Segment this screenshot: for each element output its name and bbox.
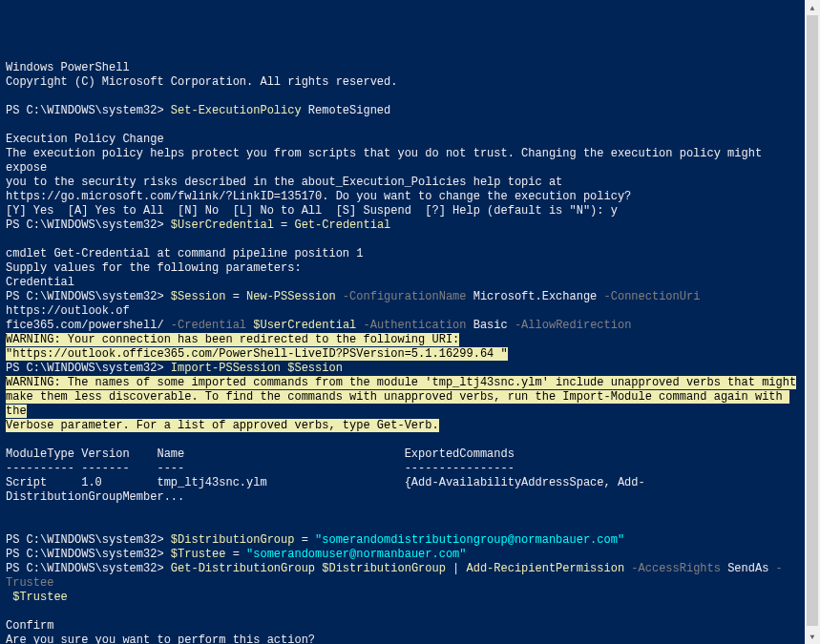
variable: $DistributionGroup xyxy=(171,533,295,547)
prompt: PS C:\WINDOWS\system32> xyxy=(6,104,171,117)
scroll-up-arrow-icon[interactable]: ▲ xyxy=(805,0,820,15)
cmdlet: Get-DistributionGroup xyxy=(171,562,315,575)
param: -Authentication xyxy=(356,319,466,332)
prompt: PS C:\WINDOWS\system32> xyxy=(6,362,171,375)
variable: $Session xyxy=(171,290,226,303)
output-line: cmdlet Get-Credential at command pipelin… xyxy=(6,247,363,260)
cmdlet: Set-ExecutionPolicy xyxy=(171,104,302,117)
variable: $Session xyxy=(281,362,343,375)
table-divider: ---------- ------- ---- ---------------- xyxy=(6,462,515,475)
cmdlet: Get-Credential xyxy=(294,218,390,232)
header-line: Copyright (C) Microsoft Corporation. All… xyxy=(6,75,397,89)
confirm-q: Are you sure you want to perform this ac… xyxy=(6,634,315,644)
warning-line: WARNING: Your connection has been redire… xyxy=(6,333,459,346)
policy-text: The execution policy helps protect you f… xyxy=(6,147,768,175)
variable: $DistributionGroup xyxy=(315,562,446,575)
prompt: PS C:\WINDOWS\system32> xyxy=(6,548,171,561)
prompt: PS C:\WINDOWS\system32> xyxy=(6,218,171,232)
cmdlet: Add-RecipientPermission xyxy=(467,562,625,575)
terminal-output[interactable]: Windows PowerShell Copyright (C) Microso… xyxy=(6,61,805,644)
prompt: PS C:\WINDOWS\system32> xyxy=(6,533,171,547)
param: -AccessRights xyxy=(624,562,721,575)
header-line: Windows PowerShell xyxy=(6,61,130,74)
policy-title: Execution Policy Change xyxy=(6,133,164,146)
warning-line: "https://outlook.office365.com/PowerShel… xyxy=(6,347,508,361)
paramval: fice365.com/powershell/ xyxy=(6,319,164,332)
param: -Credential xyxy=(164,319,246,332)
eq: = xyxy=(274,218,295,232)
warning-line: Verbose parameter. For a list of approve… xyxy=(6,419,439,432)
policy-text: you to the security risks described in t… xyxy=(6,176,562,189)
param: -ConnectionUri xyxy=(597,290,700,303)
scrollbar-thumb[interactable] xyxy=(807,15,818,626)
cmdlet: New-PSSession xyxy=(246,290,336,303)
paramval: Microsoft.Exchange xyxy=(467,290,598,303)
eq: = xyxy=(225,548,246,561)
table-row: Script 1.0 tmp_ltj43snc.ylm {Add-Availab… xyxy=(6,476,645,504)
output-line: Credential xyxy=(6,276,74,289)
arg: RemoteSigned xyxy=(302,104,391,117)
param: -ConfigurationName xyxy=(336,290,467,303)
output-line: Supply values for the following paramete… xyxy=(6,261,302,275)
scrollbar-track[interactable] xyxy=(805,15,820,629)
eq: = xyxy=(294,533,315,547)
confirm-title: Confirm xyxy=(6,619,53,633)
string: "somerandomuser@normanbauer.com" xyxy=(246,548,466,561)
eq: = xyxy=(225,290,246,303)
policy-prompt: [Y] Yes [A] Yes to All [N] No [L] No to … xyxy=(6,204,618,218)
warning-line: WARNING: The names of some imported comm… xyxy=(6,376,796,389)
cmdlet: Import-PSSession xyxy=(171,362,281,375)
string: "somerandomdistributiongroup@normanbauer… xyxy=(315,533,624,547)
scrollbar[interactable]: ▲ ▼ xyxy=(805,0,820,644)
prompt: PS C:\WINDOWS\system32> xyxy=(6,562,171,575)
paramval: SendAs xyxy=(721,562,768,575)
variable: $Trustee xyxy=(171,548,226,561)
policy-text: https://go.microsoft.com/fwlink/?LinkID=… xyxy=(6,190,631,203)
variable: $UserCredential xyxy=(171,218,274,232)
param: -AllowRedirection xyxy=(508,319,632,332)
pipe: | xyxy=(446,562,467,575)
paramval: Basic xyxy=(467,319,508,332)
table-header: ModuleType Version Name ExportedCommands xyxy=(6,447,515,461)
prompt: PS C:\WINDOWS\system32> xyxy=(6,290,171,303)
scroll-down-arrow-icon[interactable]: ▼ xyxy=(805,629,820,644)
warning-line: make them less discoverable. To find the… xyxy=(6,390,789,418)
variable: $UserCredential xyxy=(246,319,356,332)
variable: $Trustee xyxy=(6,591,68,604)
